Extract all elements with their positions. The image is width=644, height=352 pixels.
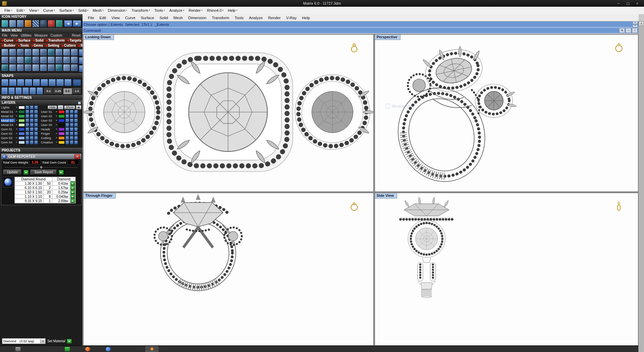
layer-control-icon[interactable]	[65, 136, 69, 140]
snap-icon[interactable]	[1, 87, 8, 94]
play-icon[interactable]	[70, 190, 75, 194]
ring-wireframe-through-finger-view[interactable]	[84, 193, 373, 345]
layer-control-icon[interactable]	[34, 105, 38, 109]
tool-icon[interactable]	[40, 56, 47, 63]
material-select[interactable]: Diamond (3.52 spg)	[2, 338, 46, 344]
tool-icon[interactable]	[17, 64, 24, 71]
viewport-looking-down[interactable]: Looking Down	[83, 34, 374, 192]
menu-item[interactable]: Transform	[209, 16, 232, 20]
layer-control-icon[interactable]	[25, 132, 29, 136]
dropdown-arrow-icon[interactable]	[40, 339, 45, 343]
expand-arrow-icon[interactable]	[16, 131, 18, 136]
snap-increment-button[interactable]: 0.1	[44, 88, 53, 94]
layer-control-icon[interactable]	[34, 136, 38, 140]
layer-name[interactable]: Metal 02	[1, 114, 15, 118]
layer-control-icon[interactable]	[74, 114, 78, 118]
menu-item[interactable]: View	[28, 8, 41, 12]
tool-icon[interactable]	[32, 56, 39, 63]
category-item[interactable]: Builder	[1, 44, 15, 47]
layer-control-icon[interactable]	[34, 119, 38, 123]
tool-icon[interactable]	[1, 64, 8, 71]
tool-icon[interactable]	[48, 56, 55, 63]
main-menu-tab[interactable]: File	[2, 34, 7, 37]
tool-icon[interactable]	[55, 49, 62, 56]
layer-color-swatch[interactable]	[18, 132, 25, 135]
gem-table-row[interactable]: 1.30 X 1.30 50 0.41tw	[15, 181, 75, 186]
menu-item[interactable]: Help	[299, 16, 313, 20]
tool-icon[interactable]	[9, 49, 16, 56]
snap-increment-button[interactable]: 1.0	[72, 88, 81, 94]
gem-row-action[interactable]	[70, 199, 75, 203]
gem-table-row[interactable]: 6.10 X 6.10 2 1.67tw	[15, 186, 75, 190]
expand-arrow-icon[interactable]	[16, 140, 18, 144]
tool-icon[interactable]	[40, 49, 47, 56]
expand-arrow-icon[interactable]	[56, 136, 58, 140]
play-icon[interactable]	[70, 181, 75, 185]
snap-icon[interactable]	[33, 79, 40, 86]
eye-icon[interactable]	[76, 105, 82, 109]
layer-control-icon[interactable]	[74, 123, 78, 127]
command-prev-button[interactable]	[626, 28, 631, 33]
expand-arrow-icon[interactable]	[56, 123, 58, 127]
command-prompt-line[interactable]: Command:	[83, 28, 639, 34]
gem-row-action[interactable]	[70, 186, 75, 190]
menu-item[interactable]: Tools	[232, 16, 246, 20]
command-next-button[interactable]	[632, 28, 638, 33]
tool-icon[interactable]	[55, 64, 62, 71]
ring-wireframe-perspective-view[interactable]	[375, 35, 638, 191]
gem-row-action[interactable]	[70, 190, 75, 194]
category-item[interactable]: Targets	[67, 39, 82, 42]
gem-reporter-titlebar[interactable]: GEM REPORTER	[1, 154, 81, 159]
expand-arrow-icon[interactable]	[56, 131, 58, 136]
taskbar-item[interactable]	[65, 347, 70, 351]
menu-item[interactable]: Mesh	[171, 16, 185, 20]
snap-increment-button[interactable]: 0.5	[63, 88, 72, 94]
tool-icon[interactable]	[9, 56, 16, 63]
expand-arrow-icon[interactable]	[16, 114, 18, 118]
snap-icon[interactable]	[49, 79, 56, 86]
expand-arrow-icon[interactable]	[16, 123, 18, 127]
hide-button[interactable]: Hide	[48, 105, 57, 109]
tool-icon[interactable]	[24, 64, 32, 71]
snap-icon[interactable]	[9, 79, 16, 86]
category-item[interactable]: Solid	[33, 39, 44, 42]
layer-name[interactable]: Metal 03	[1, 119, 15, 122]
panel-divider[interactable]	[1, 166, 81, 169]
layer-name[interactable]: User 03	[41, 119, 55, 122]
command-scroll-button[interactable]	[619, 28, 625, 33]
layer-control-icon[interactable]	[25, 119, 29, 123]
layer-name[interactable]: Cutting	[41, 136, 55, 140]
history-tool-icon[interactable]	[1, 20, 8, 27]
layer-control-icon[interactable]	[34, 132, 38, 136]
history-tool-icon[interactable]	[48, 20, 55, 27]
expand-arrow-icon[interactable]	[16, 136, 18, 140]
layer-control-icon[interactable]	[65, 140, 69, 144]
history-tool-icon[interactable]	[56, 20, 63, 27]
layer-control-icon[interactable]	[74, 136, 78, 140]
layer-control-icon[interactable]	[25, 136, 29, 140]
layer-control-icon[interactable]	[70, 110, 73, 114]
layer-name[interactable]: User 04	[41, 123, 55, 127]
expand-arrow-icon[interactable]	[16, 118, 18, 123]
menu-item[interactable]: Transform	[130, 8, 152, 12]
menu-item[interactable]: Edit	[15, 8, 26, 12]
tool-icon[interactable]	[48, 64, 55, 71]
snap-icon[interactable]	[15, 87, 22, 94]
layer-control-icon[interactable]	[65, 127, 69, 131]
layer-name[interactable]: Gem 04	[1, 140, 15, 144]
gem-thumbnail[interactable]	[3, 177, 13, 187]
tool-icon[interactable]	[71, 49, 78, 56]
reset-button[interactable]: Reset	[72, 34, 80, 37]
category-item[interactable]: Transform	[46, 39, 65, 42]
main-menu-tab[interactable]: Measure	[35, 34, 48, 37]
menu-item[interactable]: Edit	[97, 16, 109, 20]
layer-color-swatch[interactable]	[58, 115, 65, 118]
gem-table-row[interactable]: 1.10 X 1.10 8 0.040tw	[15, 194, 75, 199]
layer-color-swatch[interactable]	[18, 136, 25, 140]
layer-color-swatch[interactable]	[18, 106, 25, 109]
layer-control-icon[interactable]	[34, 123, 38, 127]
layer-control-icon[interactable]	[25, 114, 29, 118]
layer-control-icon[interactable]	[70, 136, 73, 140]
viewport-label[interactable]: Perspective	[375, 35, 401, 40]
layer-name[interactable]: Heads	[41, 127, 55, 131]
